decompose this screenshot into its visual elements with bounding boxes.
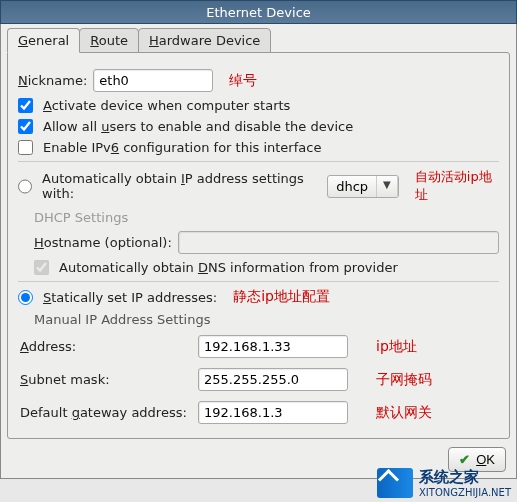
divider <box>18 281 499 282</box>
activate-on-boot-label: Activate device when computer starts <box>43 98 290 113</box>
tab-hardware-device[interactable]: Hardware Device <box>138 28 271 53</box>
auto-ip-label: Automatically obtain IP address settings… <box>42 171 321 201</box>
nickname-annotation: 绰号 <box>229 72 257 90</box>
address-input[interactable] <box>198 335 348 358</box>
auto-ip-protocol-value: dhcp <box>328 176 377 197</box>
chevron-down-icon: ▼ <box>377 176 398 197</box>
tab-panel-general: Nickname: 绰号 Activate device when comput… <box>7 52 510 439</box>
dhcp-settings-heading: DHCP Settings <box>34 210 499 225</box>
subnet-annotation: 子网掩码 <box>376 371 497 389</box>
ipv6-checkbox[interactable] <box>18 140 33 155</box>
hostname-label: Hostname (optional): <box>34 235 172 250</box>
auto-dns-label: Automatically obtain DNS information fro… <box>59 260 398 275</box>
allow-users-checkbox[interactable] <box>18 119 33 134</box>
manual-ip-heading: Manual IP Address Settings <box>34 312 499 327</box>
ok-button[interactable]: ✔ OK <box>448 447 506 472</box>
subnet-label: Subnet mask: <box>20 372 190 387</box>
auto-ip-protocol-dropdown[interactable]: dhcp ▼ <box>327 175 399 198</box>
tab-strip: General Route Hardware Device <box>7 28 510 53</box>
tab-general[interactable]: General <box>7 28 80 53</box>
auto-dns-checkbox <box>34 260 49 275</box>
window-body: General Route Hardware Device Nickname: … <box>0 24 517 479</box>
address-label: Address: <box>20 339 190 354</box>
address-annotation: ip地址 <box>376 338 497 356</box>
check-icon: ✔ <box>459 452 470 467</box>
subnet-input[interactable] <box>198 368 348 391</box>
gateway-label: Default gateway address: <box>20 405 190 420</box>
auto-ip-annotation: 自动活动ip地址 <box>415 168 499 204</box>
ipv6-label: Enable IPv6 configuration for this inter… <box>43 140 321 155</box>
allow-users-label: Allow all users to enable and disable th… <box>43 119 353 134</box>
static-ip-annotation: 静态ip地址配置 <box>233 288 330 306</box>
tab-route[interactable]: Route <box>79 28 139 53</box>
gateway-input[interactable] <box>198 401 348 424</box>
static-ip-label: Statically set IP addresses: <box>43 290 217 305</box>
nickname-input[interactable] <box>93 69 213 92</box>
static-ip-radio[interactable] <box>18 290 33 305</box>
dialog-footer: ✔ OK <box>7 447 510 472</box>
hostname-input <box>178 231 499 254</box>
window-titlebar: Ethernet Device <box>0 0 517 24</box>
window-title: Ethernet Device <box>206 5 311 20</box>
ok-label: OK <box>476 452 495 467</box>
watermark-subtext: XITONGZHIJIA.NET <box>419 487 511 498</box>
auto-ip-radio[interactable] <box>18 179 32 194</box>
gateway-annotation: 默认网关 <box>376 404 497 422</box>
nickname-label: Nickname: <box>18 73 87 88</box>
divider <box>18 161 499 162</box>
activate-on-boot-checkbox[interactable] <box>18 98 33 113</box>
